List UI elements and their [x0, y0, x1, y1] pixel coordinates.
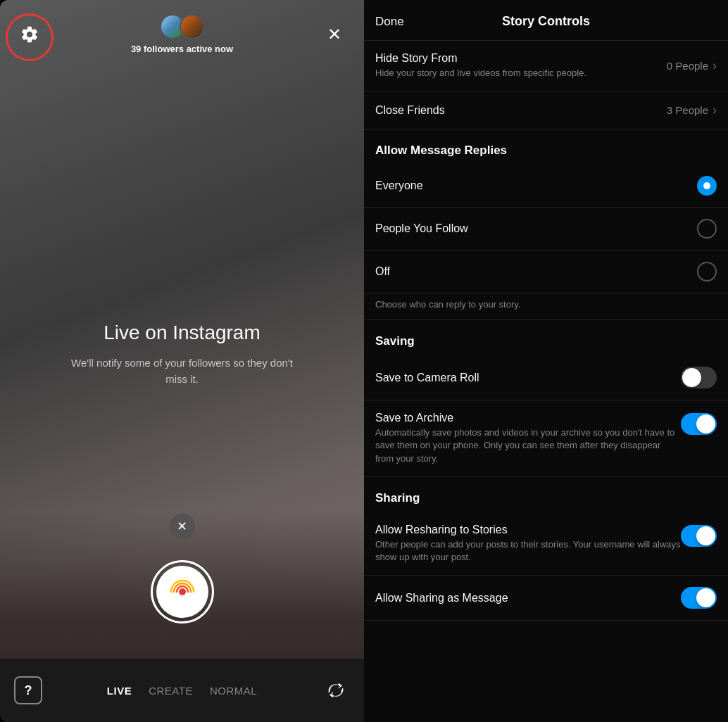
gear-icon — [20, 25, 39, 44]
close-friends-content: Close Friends — [375, 104, 667, 117]
tab-live[interactable]: LIVE — [107, 685, 132, 697]
hide-story-subtitle: Hide your story and live videos from spe… — [375, 67, 667, 80]
saving-header: Saving — [364, 320, 728, 355]
hide-story-row[interactable]: Hide Story From Hide your story and live… — [364, 41, 728, 91]
close-friends-count: 3 People — [667, 104, 708, 116]
story-controls-header: Done Story Controls — [364, 0, 728, 41]
reply-everyone-label: Everyone — [375, 179, 697, 192]
save-archive-toggle[interactable] — [681, 413, 717, 435]
reply-following-radio[interactable] — [697, 219, 717, 239]
camera-panel: 39 followers active now ✕ Live on Instag… — [0, 0, 364, 722]
question-icon: ? — [25, 683, 32, 698]
help-button[interactable]: ? — [14, 676, 42, 704]
close-friends-chevron: › — [713, 103, 717, 118]
allow-sharing-message-thumb — [696, 588, 715, 607]
close-button[interactable]: ✕ — [319, 19, 350, 50]
allow-resharing-label: Allow Resharing to Stories — [375, 524, 681, 536]
chevron-right-icon: › — [713, 58, 717, 73]
dismiss-button[interactable]: ✕ — [170, 514, 195, 539]
reply-following-content: People You Follow — [375, 222, 697, 235]
allow-resharing-thumb — [696, 526, 715, 545]
bottom-bar: ? LIVE CREATE NORMAL — [0, 659, 364, 722]
sharing-section: Sharing Allow Resharing to Stories Other… — [364, 477, 728, 621]
broadcast-icon — [167, 576, 198, 607]
allow-resharing-subtitle: Other people can add your posts to their… — [375, 538, 681, 564]
allow-sharing-message-toggle[interactable] — [681, 587, 717, 609]
sharing-header: Sharing — [364, 477, 728, 512]
allow-sharing-message-label: Allow Sharing as Message — [375, 592, 681, 604]
save-archive-thumb — [696, 414, 715, 433]
close-friends-title: Close Friends — [375, 104, 667, 117]
hide-story-right: 0 People › — [667, 58, 717, 73]
close-friends-right: 3 People › — [667, 103, 717, 118]
hide-story-count: 0 People — [667, 60, 708, 72]
save-archive-content: Save to Archive Automatically save photo… — [375, 412, 681, 465]
allow-resharing-row[interactable]: Allow Resharing to Stories Other people … — [364, 512, 728, 576]
done-button[interactable]: Done — [375, 15, 418, 29]
allow-resharing-toggle[interactable] — [681, 525, 717, 547]
save-camera-roll-content: Save to Camera Roll — [375, 372, 681, 384]
followers-section: 39 followers active now — [131, 14, 233, 54]
toggle-thumb — [682, 368, 701, 387]
allow-resharing-content: Allow Resharing to Stories Other people … — [375, 524, 681, 564]
live-button-container — [151, 560, 214, 623]
story-controls-panel: Done Story Controls Hide Story From Hide… — [364, 0, 728, 722]
reply-off-row[interactable]: Off — [364, 251, 728, 293]
allow-sharing-message-content: Allow Sharing as Message — [375, 592, 681, 604]
save-archive-label: Save to Archive — [375, 412, 681, 424]
dismiss-icon: ✕ — [177, 519, 187, 534]
save-camera-roll-toggle[interactable] — [681, 367, 717, 388]
avatar-group — [160, 14, 205, 39]
reply-following-label: People You Follow — [375, 222, 697, 235]
center-content: Live on Instagram We'll notify some of y… — [63, 322, 302, 387]
close-friends-row[interactable]: Close Friends 3 People › — [364, 91, 728, 129]
radio-dot — [703, 182, 710, 189]
hide-story-title: Hide Story From — [375, 52, 667, 65]
settings-button[interactable] — [14, 19, 45, 50]
mode-tabs: LIVE CREATE NORMAL — [107, 685, 257, 697]
saving-section: Saving Save to Camera Roll Save to Archi… — [364, 320, 728, 477]
followers-count: 39 followers active now — [131, 44, 233, 54]
live-subtitle: We'll notify some of your followers so t… — [63, 355, 302, 387]
live-title: Live on Instagram — [63, 322, 302, 344]
reply-off-label: Off — [375, 265, 697, 278]
flip-camera-button[interactable] — [322, 676, 350, 704]
reply-off-content: Off — [375, 265, 697, 278]
live-button-inner — [156, 566, 208, 618]
tab-normal[interactable]: NORMAL — [210, 685, 257, 697]
flip-icon — [325, 679, 347, 702]
reply-hint: Choose who can reply to your story. — [364, 293, 728, 319]
top-bar: 39 followers active now ✕ — [0, 0, 364, 61]
hide-story-content: Hide Story From Hide your story and live… — [375, 52, 667, 80]
reply-everyone-radio[interactable] — [697, 176, 717, 196]
allow-sharing-message-row[interactable]: Allow Sharing as Message — [364, 576, 728, 620]
save-camera-roll-row[interactable]: Save to Camera Roll — [364, 355, 728, 400]
svg-point-0 — [179, 588, 186, 595]
reply-everyone-row[interactable]: Everyone — [364, 165, 728, 208]
avatar-2 — [180, 14, 205, 39]
reply-everyone-content: Everyone — [375, 179, 697, 192]
live-broadcast-button[interactable] — [151, 560, 214, 623]
save-camera-roll-label: Save to Camera Roll — [375, 372, 681, 384]
tab-create[interactable]: CREATE — [149, 685, 193, 697]
close-icon: ✕ — [327, 26, 341, 43]
allow-message-replies-section: Allow Message Replies Everyone People Yo… — [364, 129, 728, 320]
allow-message-replies-header: Allow Message Replies — [364, 129, 728, 165]
save-archive-row[interactable]: Save to Archive Automatically save photo… — [364, 400, 728, 476]
settings-list: Hide Story From Hide your story and live… — [364, 41, 728, 722]
save-archive-subtitle: Automatically save photos and videos in … — [375, 426, 681, 465]
reply-off-radio[interactable] — [697, 262, 717, 281]
reply-following-row[interactable]: People You Follow — [364, 208, 728, 251]
story-controls-title: Story Controls — [418, 14, 674, 29]
